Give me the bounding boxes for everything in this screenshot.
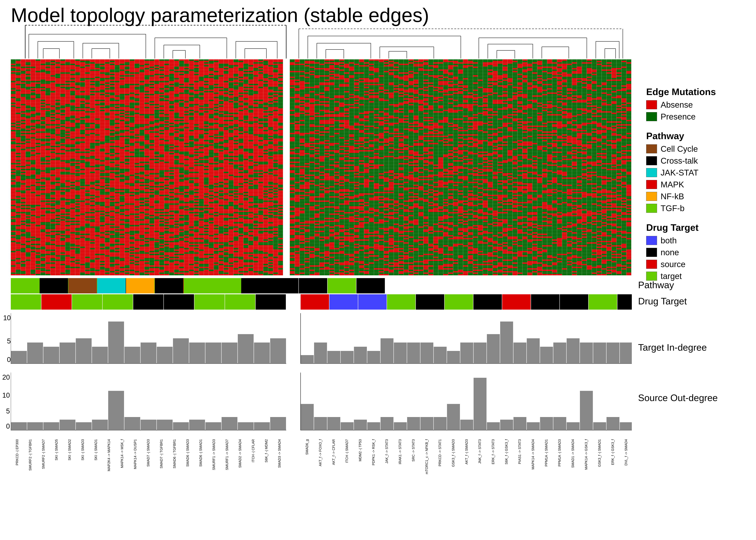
drugtarget-strip [11, 294, 632, 310]
outdegree-chart [11, 373, 632, 436]
heatmap-right [290, 60, 635, 275]
legend-cell-cycle: Cell Cycle [646, 144, 747, 154]
jak-stat-swatch [646, 168, 657, 177]
heatmap-left [11, 60, 286, 275]
jak-stat-label: JAK-STAT [661, 168, 698, 178]
drug-target-legend: Drug Target both none source target [646, 222, 747, 281]
legend-source: source [646, 259, 747, 269]
pathway-strip [11, 278, 632, 293]
nfkb-swatch [646, 192, 657, 201]
indegree-yaxis: 10 5 0 [2, 313, 11, 369]
main-container: Model topology parameterization (stable … [0, 0, 756, 540]
legend-item-absense: Absense [646, 100, 747, 110]
legend: Edge Mutations Absense Presence Pathway … [646, 86, 747, 290]
tgfb-swatch [646, 204, 657, 213]
presence-label: Presence [661, 112, 695, 121]
both-label: both [661, 236, 677, 245]
absense-swatch [646, 100, 657, 109]
tgfb-label: TGF-b [661, 203, 685, 213]
mapk-label: MAPK [661, 180, 684, 189]
both-swatch [646, 236, 657, 245]
legend-tgfb: TGF-b [646, 203, 747, 213]
target-indegree-label: Target In-degree [638, 342, 707, 353]
pathway-legend-title: Pathway [646, 130, 747, 141]
pathway-legend: Pathway Cell Cycle Cross-talk JAK-STAT M… [646, 130, 747, 213]
dendrogram [11, 23, 632, 60]
legend-nfkb: NF-kB [646, 192, 747, 201]
target-swatch [646, 272, 657, 281]
absense-label: Absense [661, 100, 693, 110]
none-label: none [661, 247, 679, 257]
presence-swatch [646, 112, 657, 121]
target-label: target [661, 271, 682, 281]
edge-mutations-title: Edge Mutations [646, 86, 747, 97]
legend-jak-stat: JAK-STAT [646, 168, 747, 178]
xlabel-canvas [11, 437, 632, 540]
legend-target: target [646, 271, 747, 281]
legend-cross-talk: Cross-talk [646, 156, 747, 166]
cell-cycle-swatch [646, 144, 657, 153]
cross-talk-label: Cross-talk [661, 156, 698, 166]
drug-target-label: Drug Target [638, 296, 687, 307]
legend-mapk: MAPK [646, 180, 747, 189]
none-swatch [646, 248, 657, 257]
legend-item-presence: Presence [646, 112, 747, 121]
source-label: source [661, 259, 686, 269]
cell-cycle-label: Cell Cycle [661, 144, 698, 154]
indegree-chart [11, 313, 632, 369]
edge-mutations-legend: Edge Mutations Absense Presence [646, 86, 747, 121]
page-title: Model topology parameterization (stable … [11, 4, 429, 27]
source-outdegree-label: Source Out-degree [638, 392, 718, 403]
legend-both: both [646, 236, 747, 245]
source-swatch [646, 260, 657, 269]
nfkb-label: NF-kB [661, 192, 684, 201]
cross-talk-swatch [646, 156, 657, 165]
legend-none: none [646, 247, 747, 257]
mapk-swatch [646, 180, 657, 189]
drug-target-legend-title: Drug Target [646, 222, 747, 233]
outdegree-yaxis: 20 10 5 0 [0, 373, 10, 436]
